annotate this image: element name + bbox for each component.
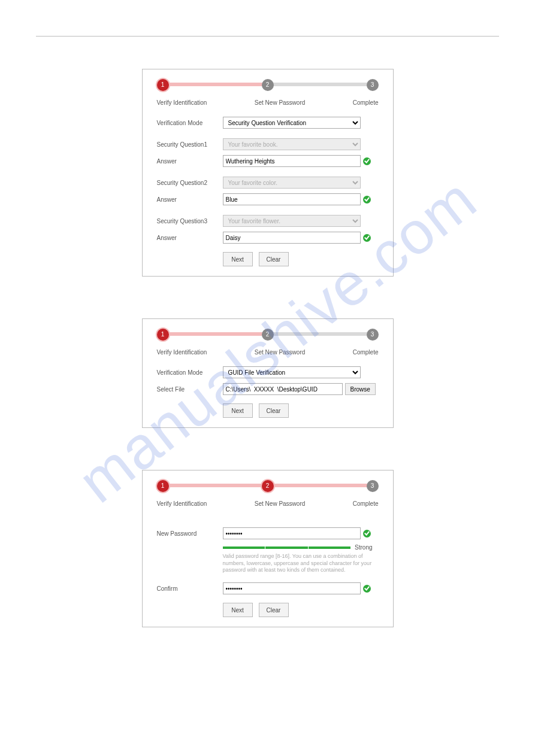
- clear-button[interactable]: Clear: [259, 403, 289, 418]
- check-icon: [363, 530, 371, 538]
- new-password-input[interactable]: [223, 527, 361, 539]
- verification-mode-label: Verification Mode: [157, 369, 223, 376]
- step-label-verify: Verify Identification: [157, 99, 207, 106]
- file-path-input[interactable]: [223, 383, 343, 395]
- next-button[interactable]: Next: [223, 403, 253, 418]
- check-icon: [363, 234, 371, 242]
- step-label-complete: Complete: [353, 349, 379, 356]
- check-icon: [363, 585, 371, 593]
- strength-bar-2: [265, 546, 308, 549]
- step-label-complete: Complete: [353, 500, 379, 507]
- confirm-label: Confirm: [157, 585, 223, 592]
- step-label-complete: Complete: [353, 99, 379, 106]
- check-icon: [363, 196, 371, 204]
- password-strength-meter: Strong: [223, 544, 373, 551]
- verification-mode-select[interactable]: Security Question Verification: [223, 117, 361, 129]
- step-labels: Verify Identification Set New Password C…: [157, 99, 379, 106]
- step-2-dot: 2: [262, 329, 274, 341]
- security-q3-select: Your favorite flower.: [223, 215, 361, 227]
- answer1-label: Answer: [157, 158, 223, 165]
- step-1-dot: 1: [157, 79, 169, 91]
- select-file-label: Select File: [157, 386, 223, 393]
- step-1-dot: 1: [157, 480, 169, 492]
- security-q1-select: Your favorite book.: [223, 138, 361, 150]
- stepper-fill: [163, 332, 268, 336]
- stepper-fill: [163, 83, 268, 86]
- browse-button[interactable]: Browse: [345, 383, 376, 395]
- clear-button[interactable]: Clear: [259, 603, 289, 617]
- panel-set-password: 1 2 3 Verify Identification Set New Pass…: [142, 470, 394, 627]
- step-3-dot: 3: [367, 480, 379, 492]
- verification-mode-label: Verification Mode: [157, 120, 223, 126]
- step-3-dot: 3: [367, 329, 379, 341]
- step-label-verify: Verify Identification: [157, 349, 207, 356]
- strength-bar-3: [309, 546, 351, 549]
- stepper: 1 2 3: [157, 329, 379, 341]
- step-label-setpw: Set New Password: [255, 500, 305, 507]
- strength-label: Strong: [355, 544, 372, 551]
- clear-button[interactable]: Clear: [259, 252, 289, 266]
- step-3-dot: 3: [367, 79, 379, 91]
- stepper: 1 2 3: [157, 79, 379, 91]
- answer1-input[interactable]: [223, 155, 361, 167]
- page-divider: [36, 36, 499, 37]
- step-label-setpw: Set New Password: [255, 349, 305, 356]
- security-q2-label: Security Question2: [157, 180, 223, 186]
- new-password-label: New Password: [157, 530, 223, 537]
- answer3-input[interactable]: [223, 232, 361, 244]
- answer2-label: Answer: [157, 196, 223, 203]
- security-q3-label: Security Question3: [157, 218, 223, 224]
- step-label-verify: Verify Identification: [157, 500, 207, 507]
- answer3-label: Answer: [157, 235, 223, 241]
- step-label-setpw: Set New Password: [255, 99, 305, 106]
- next-button[interactable]: Next: [223, 603, 253, 617]
- confirm-password-input[interactable]: [223, 582, 361, 594]
- step-2-dot: 2: [262, 480, 274, 492]
- step-1-dot: 1: [157, 329, 169, 341]
- security-q2-select: Your favorite color.: [223, 177, 361, 189]
- panel-guid-file: 1 2 3 Verify Identification Set New Pass…: [142, 318, 394, 428]
- verification-mode-select[interactable]: GUID File Verification: [223, 366, 361, 378]
- password-hint: Valid password range [8-16]. You can use…: [223, 553, 373, 574]
- panel-security-question: 1 2 3 Verify Identification Set New Pass…: [142, 69, 394, 277]
- check-icon: [363, 157, 371, 165]
- step-2-dot: 2: [262, 79, 274, 91]
- answer2-input[interactable]: [223, 193, 361, 205]
- stepper: 1 2 3: [157, 480, 379, 492]
- step-labels: Verify Identification Set New Password C…: [157, 349, 379, 356]
- next-button[interactable]: Next: [223, 252, 253, 266]
- strength-bar-1: [223, 546, 265, 549]
- step-labels: Verify Identification Set New Password C…: [157, 500, 379, 507]
- security-q1-label: Security Question1: [157, 141, 223, 148]
